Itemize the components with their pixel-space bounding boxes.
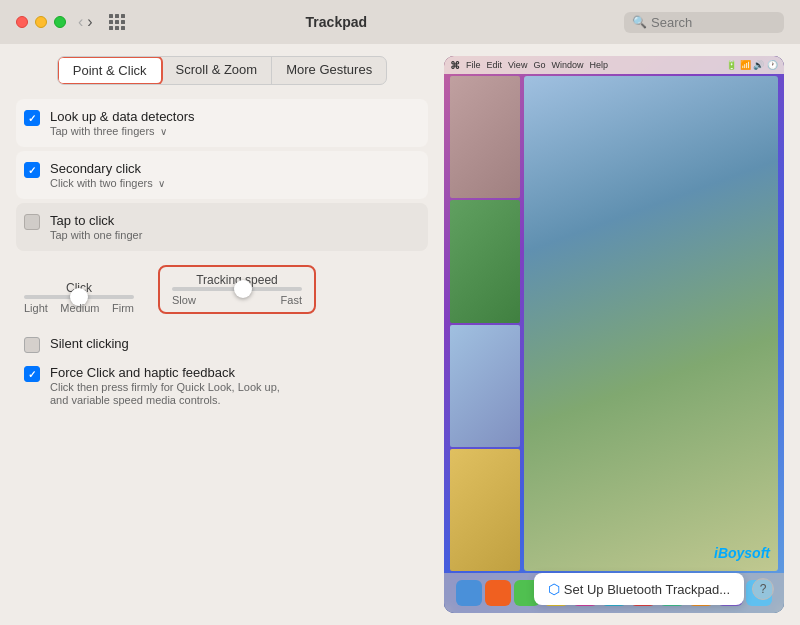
tracking-speed-group: Tracking speed Slow Fast	[158, 265, 316, 314]
setting-subtitle-tap: Tap with one finger	[50, 229, 142, 241]
click-slider[interactable]	[24, 295, 134, 299]
photo-4	[450, 449, 520, 571]
dropdown-arrow-secondary[interactable]: ∨	[158, 178, 165, 189]
setting-subtitle-lookup: Tap with three fingers ∨	[50, 125, 195, 137]
right-panel: ⌘ FileEditViewGoWindowHelp 🔋 📶 🔊 🕐	[444, 56, 784, 613]
main-content: Point & Click Scroll & Zoom More Gesture…	[0, 44, 800, 625]
click-max-label: Firm	[112, 302, 134, 314]
photo-3	[450, 325, 520, 447]
search-icon: 🔍	[632, 15, 647, 29]
photo-collage	[450, 76, 520, 571]
title-bar: ‹ › Trackpad 🔍	[0, 0, 800, 44]
tracking-speed-slider[interactable]	[172, 287, 302, 291]
tracking-min-label: Slow	[172, 294, 196, 306]
sliders-row: Click Light Medium Firm Tracking speed S…	[16, 261, 428, 318]
tabs-row: Point & Click Scroll & Zoom More Gesture…	[57, 56, 387, 85]
preview-menubar: ⌘ FileEditViewGoWindowHelp 🔋 📶 🔊 🕐	[444, 56, 784, 74]
click-mid-label: Medium	[60, 302, 99, 314]
checkbox-secondary-click[interactable]	[24, 162, 40, 178]
help-button[interactable]: ?	[752, 578, 774, 600]
search-input[interactable]	[651, 15, 771, 30]
left-panel: Point & Click Scroll & Zoom More Gesture…	[16, 56, 428, 613]
bluetooth-btn-label: Set Up Bluetooth Trackpad...	[564, 582, 730, 597]
checkbox-lookup[interactable]	[24, 110, 40, 126]
tab-more-gestures[interactable]: More Gestures	[272, 57, 386, 84]
title-silent-clicking: Silent clicking	[50, 336, 129, 351]
setting-subtitle-secondary: Click with two fingers ∨	[50, 177, 165, 189]
bluetooth-bar: ⬡ Set Up Bluetooth Trackpad... ?	[444, 565, 784, 613]
close-button[interactable]	[16, 16, 28, 28]
tracking-max-label: Fast	[281, 294, 302, 306]
preview-screen: ⌘ FileEditViewGoWindowHelp 🔋 📶 🔊 🕐	[444, 56, 784, 613]
trackpad-preview: ⌘ FileEditViewGoWindowHelp 🔋 📶 🔊 🕐	[444, 56, 784, 613]
checkbox-force-click[interactable]	[24, 366, 40, 382]
help-label: ?	[760, 582, 767, 596]
setting-tap-to-click: Tap to click Tap with one finger	[16, 203, 428, 251]
setting-secondary-click: Secondary click Click with two fingers ∨	[16, 151, 428, 199]
checkbox-tap-to-click[interactable]	[24, 214, 40, 230]
subtitle-force-click-2: and variable speed media controls.	[50, 394, 280, 406]
setting-text-lookup: Look up & data detectors Tap with three …	[50, 109, 195, 137]
setting-title-lookup: Look up & data detectors	[50, 109, 195, 124]
click-slider-group: Click Light Medium Firm	[24, 281, 134, 314]
traffic-lights	[16, 16, 66, 28]
click-min-label: Light	[24, 302, 48, 314]
bottom-settings: Silent clicking Force Click and haptic f…	[16, 332, 428, 410]
photo-2	[450, 200, 520, 322]
setting-lookup: Look up & data detectors Tap with three …	[16, 99, 428, 147]
dropdown-arrow-lookup[interactable]: ∨	[160, 126, 167, 137]
setting-force-click: Force Click and haptic feedback Click th…	[16, 361, 428, 410]
search-bar[interactable]: 🔍	[624, 12, 784, 33]
setting-text-secondary: Secondary click Click with two fingers ∨	[50, 161, 165, 189]
checkbox-silent-clicking[interactable]	[24, 337, 40, 353]
subtitle-force-click-1: Click then press firmly for Quick Look, …	[50, 381, 280, 393]
bluetooth-setup-button[interactable]: ⬡ Set Up Bluetooth Trackpad...	[534, 573, 744, 605]
minimize-button[interactable]	[35, 16, 47, 28]
window-title: Trackpad	[61, 14, 612, 30]
force-click-text: Force Click and haptic feedback Click th…	[50, 365, 280, 406]
main-photo	[524, 76, 778, 571]
setting-text-tap: Tap to click Tap with one finger	[50, 213, 142, 241]
setting-title-secondary: Secondary click	[50, 161, 165, 176]
setting-title-tap: Tap to click	[50, 213, 142, 228]
tab-scroll-zoom[interactable]: Scroll & Zoom	[162, 57, 273, 84]
title-force-click: Force Click and haptic feedback	[50, 365, 280, 380]
iboysoft-watermark: iBoysoft	[714, 545, 770, 561]
bluetooth-icon: ⬡	[548, 581, 560, 597]
setting-silent-clicking: Silent clicking	[16, 332, 428, 357]
settings-list: Look up & data detectors Tap with three …	[16, 99, 428, 255]
tab-point-click[interactable]: Point & Click	[57, 56, 163, 85]
photo-1	[450, 76, 520, 198]
